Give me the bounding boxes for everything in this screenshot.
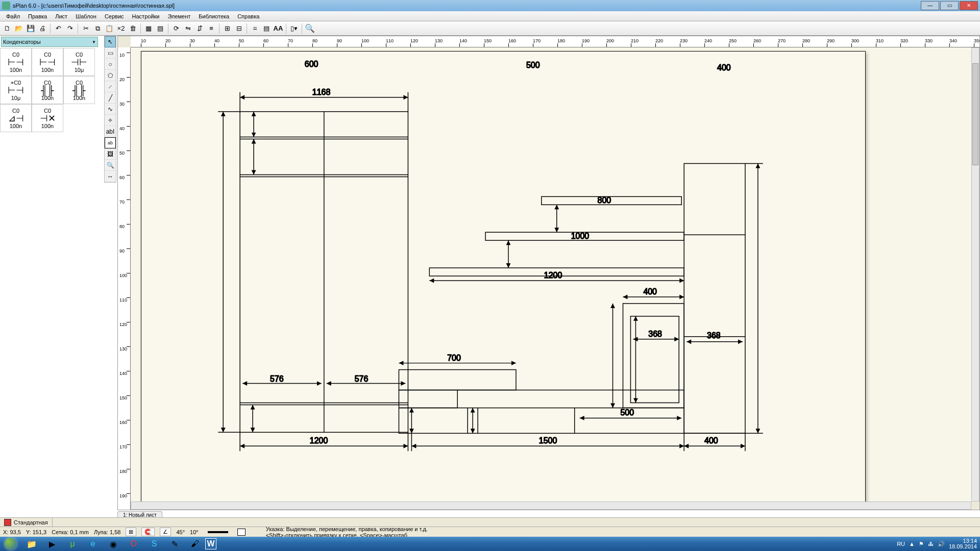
lib-item[interactable]: C0╢╟100n — [32, 76, 63, 104]
components-icon[interactable]: AA — [273, 23, 284, 34]
zoom-icon[interactable]: 🔍 — [304, 23, 315, 34]
taskbar-opera-icon[interactable]: O — [124, 537, 144, 551]
grid-toggle-icon[interactable]: ⊞ — [126, 528, 136, 536]
copy-icon[interactable]: ⧉ — [92, 23, 103, 34]
save-icon[interactable]: 💾 — [25, 23, 36, 34]
taskbar-utorrent-icon[interactable]: μ — [62, 537, 83, 551]
tray-clock[interactable]: 13:1418.09.2014 — [949, 538, 977, 549]
rotate-icon[interactable]: ⟳ — [170, 23, 182, 34]
undo-icon[interactable]: ↶ — [53, 23, 64, 34]
snap-icon[interactable]: ⌗ — [249, 23, 260, 34]
canvas-area: 1020304050607080901001101201301401501601… — [117, 36, 980, 510]
menu-file[interactable]: Файл — [2, 12, 24, 20]
menu-settings[interactable]: Настройки — [128, 12, 164, 20]
node-tool-icon[interactable]: ✧ — [105, 115, 116, 126]
paste-icon[interactable]: 📋 — [104, 23, 115, 34]
image-tool-icon[interactable]: 🖼 — [105, 148, 116, 160]
dup-icon[interactable]: ×2 — [115, 23, 127, 34]
tray-action-icon[interactable]: ⚑ — [919, 541, 924, 547]
zoom-tool-icon[interactable]: 🔍 — [105, 160, 116, 171]
lib-item[interactable]: C0⊣⊢10μ — [63, 48, 95, 76]
mirror-v-icon[interactable]: ⇵ — [194, 23, 205, 34]
tray-network-icon[interactable]: 🖧 — [928, 541, 934, 547]
lib-item[interactable]: C0⊢⊣100n — [0, 48, 32, 76]
lib-item[interactable]: C0╢╟100n — [63, 76, 95, 104]
circle-tool-icon[interactable]: ○ — [105, 59, 116, 70]
poly-tool-icon[interactable]: ⟋ — [105, 81, 116, 92]
taskbar-splan-icon[interactable]: ✎ — [164, 537, 185, 551]
grid-show-icon[interactable]: ▤ — [261, 23, 272, 34]
taskbar-word-icon[interactable]: W — [205, 538, 216, 549]
tray-lang[interactable]: RU — [897, 541, 905, 547]
mirror-h-icon[interactable]: ⇋ — [182, 23, 193, 34]
open-icon[interactable]: 📂 — [13, 23, 24, 34]
menu-help[interactable]: Справка — [233, 12, 263, 20]
align-icon[interactable]: ≡ — [206, 23, 217, 34]
lib-item[interactable]: +C0⊢⊣10μ — [0, 76, 32, 104]
svg-text:1200: 1200 — [310, 436, 328, 445]
tray-volume-icon[interactable]: 🔊 — [938, 541, 945, 547]
vertical-scrollbar[interactable] — [971, 47, 979, 502]
maximize-button[interactable]: ▭ — [940, 1, 959, 10]
taskbar-explorer-icon[interactable]: 📁 — [21, 537, 42, 551]
rect-tool-icon[interactable]: ▭ — [105, 47, 116, 59]
menu-service[interactable]: Сервис — [101, 12, 128, 20]
new-icon[interactable]: 🗋 — [2, 23, 13, 34]
taskbar-wmp-icon[interactable]: ▶ — [42, 537, 62, 551]
svg-text:1200: 1200 — [544, 271, 562, 280]
svg-rect-33 — [542, 196, 681, 205]
lib-item[interactable]: C0⊢⊣100n — [32, 48, 63, 76]
library-category-dropdown[interactable]: Конденсаторы — [1, 37, 98, 47]
menu-sheet[interactable]: Лист — [51, 12, 71, 20]
separator — [219, 23, 219, 34]
pointer-tool-icon[interactable]: ↖ — [105, 36, 116, 47]
fill-preview[interactable] — [237, 529, 246, 536]
minimize-button[interactable]: — — [921, 1, 939, 10]
label-tool-icon[interactable]: ab — [105, 137, 116, 148]
vertical-ruler: 1020304050607080901001101201301401501601… — [118, 47, 131, 510]
taskbar-chrome-icon[interactable]: ◉ — [103, 537, 124, 551]
angle-45[interactable]: 45° — [176, 529, 185, 535]
group-icon[interactable]: ⊞ — [222, 23, 233, 34]
menu-element[interactable]: Элемент — [163, 12, 194, 20]
lib-item[interactable]: C0⊣✕100n — [32, 104, 63, 132]
measure-tool-icon[interactable]: ↔ — [105, 171, 116, 182]
snap-toggle-icon[interactable]: 🧲 — [141, 528, 155, 536]
lib-item[interactable]: C0⊿⊣100n — [0, 104, 32, 132]
separator — [302, 23, 302, 34]
print-icon[interactable]: 🖨 — [37, 23, 48, 34]
ungroup-icon[interactable]: ⊟ — [233, 23, 244, 34]
page-icon[interactable]: ▯▾ — [288, 23, 300, 34]
lineweight-preview[interactable] — [208, 531, 228, 533]
menu-edit[interactable]: Правка — [24, 12, 51, 20]
line-tool-icon[interactable]: ╱ — [105, 92, 116, 104]
app-icon — [2, 2, 10, 10]
horizontal-scrollbar[interactable] — [131, 502, 971, 510]
special-tool-icon[interactable]: ⬠ — [105, 70, 116, 81]
status-bar-lower: X: 93,5 Y: 151,3 Сетка: 0,1 mm Лупа: 1,5… — [0, 527, 980, 537]
redo-icon[interactable]: ↷ — [64, 23, 76, 34]
menu-library[interactable]: Библиотека — [194, 12, 233, 20]
delete-icon[interactable]: 🗑 — [127, 23, 138, 34]
scrollbar-thumb[interactable] — [972, 63, 978, 165]
svg-text:400: 400 — [704, 436, 718, 445]
taskbar-skype-icon[interactable]: S — [144, 537, 164, 551]
bezier-tool-icon[interactable]: ∿ — [105, 104, 116, 115]
angle-10[interactable]: 10° — [190, 529, 199, 535]
menu-template[interactable]: Шаблон — [71, 12, 101, 20]
taskbar-paint-icon[interactable]: 🖌 — [185, 537, 205, 551]
front-icon[interactable]: ▦ — [143, 23, 154, 34]
svg-text:400: 400 — [717, 63, 731, 72]
drawing-canvas[interactable]: 600 500 400 1168 250 250 — [131, 47, 971, 502]
window-title: sPlan 6.0 - [c:\users\Тимофей\desktop\го… — [13, 3, 175, 9]
text-tool-icon[interactable]: abI — [105, 126, 116, 137]
close-button[interactable]: ✕ — [960, 1, 978, 10]
back-icon[interactable]: ▧ — [155, 23, 166, 34]
angle-toggle-icon[interactable]: ∠ — [160, 528, 171, 536]
taskbar-ie-icon[interactable]: e — [83, 537, 103, 551]
drawing-page[interactable]: 600 500 400 1168 250 250 — [141, 51, 866, 502]
start-button[interactable] — [0, 537, 21, 551]
windows-taskbar: 📁 ▶ μ e ◉ O S ✎ 🖌 W RU ▲ ⚑ 🖧 🔊 13:1418.0… — [0, 537, 980, 551]
cut-icon[interactable]: ✂ — [80, 23, 91, 34]
tray-flag-icon[interactable]: ▲ — [909, 541, 915, 547]
